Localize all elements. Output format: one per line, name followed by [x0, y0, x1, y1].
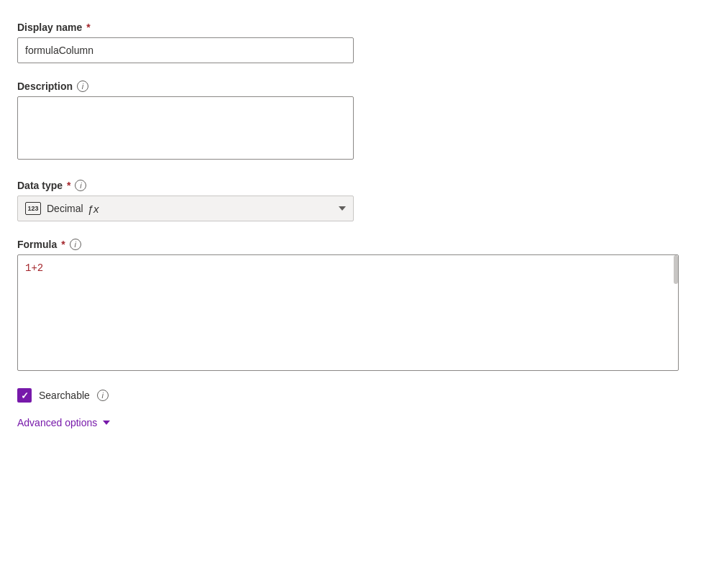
formula-required: *: [61, 239, 65, 250]
formula-scrollbar: [674, 255, 678, 284]
data-type-dropdown[interactable]: 123 Decimal ƒx: [17, 196, 354, 221]
searchable-info-icon[interactable]: i: [97, 390, 109, 401]
data-type-label: Data type * i: [17, 180, 684, 191]
formula-label-text: Formula: [17, 239, 57, 250]
searchable-label: Searchable: [39, 390, 90, 401]
formula-info-icon[interactable]: i: [70, 239, 81, 250]
description-label: Description i: [17, 81, 684, 92]
description-group: Description i: [17, 81, 684, 162]
data-type-label-text: Data type: [17, 180, 63, 191]
dropdown-left-content: 123 Decimal ƒx: [25, 202, 98, 215]
display-name-input[interactable]: [17, 37, 354, 63]
checkmark-icon: ✓: [21, 391, 29, 400]
formula-area-wrapper[interactable]: 1+2: [17, 254, 679, 371]
dropdown-text: Decimal ƒx: [47, 203, 98, 215]
advanced-options-text: Advanced options: [17, 417, 97, 428]
display-name-group: Display name *: [17, 22, 684, 63]
data-type-required: *: [67, 180, 70, 191]
formula-content[interactable]: 1+2: [18, 255, 678, 370]
description-info-icon[interactable]: i: [77, 81, 88, 92]
searchable-checkbox[interactable]: ✓: [17, 388, 32, 403]
advanced-options-row[interactable]: Advanced options: [17, 417, 684, 428]
display-name-label: Display name *: [17, 22, 684, 33]
data-type-selected-label: Decimal: [47, 203, 83, 214]
formula-label: Formula * i: [17, 239, 684, 250]
data-type-chevron-icon: [339, 206, 346, 211]
advanced-options-chevron-icon: [103, 421, 110, 425]
data-type-info-icon[interactable]: i: [75, 180, 86, 191]
form-container: Display name * Description i Data type *…: [17, 22, 684, 428]
data-type-group: Data type * i 123 Decimal ƒx: [17, 180, 684, 221]
formula-value: 1+2: [25, 262, 43, 274]
data-type-icon: 123: [25, 202, 41, 215]
display-name-required: *: [86, 22, 90, 33]
description-textarea[interactable]: [17, 96, 354, 160]
searchable-row: ✓ Searchable i: [17, 388, 684, 403]
fx-symbol: ƒx: [88, 203, 99, 215]
formula-group: Formula * i 1+2: [17, 239, 684, 371]
description-label-text: Description: [17, 81, 73, 92]
display-name-label-text: Display name: [17, 22, 82, 33]
